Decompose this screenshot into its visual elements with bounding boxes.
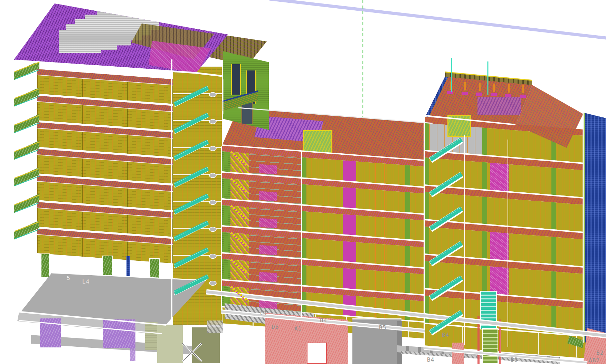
grid-label: B4 bbox=[320, 317, 327, 324]
grid-label: C1 bbox=[260, 310, 267, 317]
grid-labels: 5L4C1D5A1B4B5B4B4B3B2AB2 bbox=[0, 0, 606, 364]
bim-3d-viewport[interactable]: 5L4C1D5A1B4B5B4B4B3B2AB2 bbox=[0, 0, 606, 364]
grid-label: B4 bbox=[427, 356, 434, 363]
grid-label: D5 bbox=[272, 324, 279, 330]
grid-label: A1 bbox=[294, 325, 302, 332]
grid-label: L4 bbox=[82, 278, 89, 285]
grid-label: 5 bbox=[67, 275, 70, 281]
grid-label: B2 bbox=[596, 349, 604, 356]
grid-label: B5 bbox=[379, 324, 386, 331]
grid-label: AB2 bbox=[589, 357, 600, 364]
grid-label: B4 bbox=[442, 332, 449, 338]
grid-label: B3 bbox=[511, 356, 518, 363]
